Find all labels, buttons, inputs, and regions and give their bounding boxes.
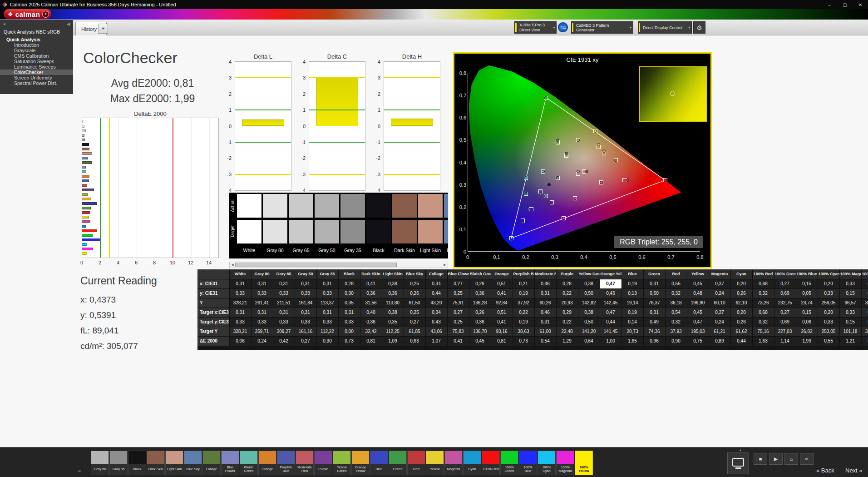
cell-target-y-cie31-100-blue[interactable]: 0,06 bbox=[796, 317, 818, 327]
scroll-left-arrow-icon[interactable]: ◀ bbox=[230, 262, 235, 268]
swatch-scrollbar[interactable]: ◀ ▶ bbox=[229, 262, 448, 268]
cell-x-cie31-gray-80[interactable]: 0,31 bbox=[251, 279, 273, 288]
cell-target-y-cie31-magenta[interactable]: 0,24 bbox=[709, 317, 730, 327]
cell-y-gray-80[interactable]: 261,41 bbox=[251, 298, 273, 308]
cell-target-y-light-skin[interactable]: 112,25 bbox=[382, 327, 404, 336]
cell-y-cie31-light-skin[interactable]: 0,36 bbox=[382, 288, 404, 298]
patch-button-yellow-green[interactable]: Yellow Green bbox=[333, 451, 351, 475]
cell-target-y-cie31-green[interactable]: 0,49 bbox=[643, 317, 665, 327]
cell-y-100-green[interactable]: 232,75 bbox=[774, 298, 796, 308]
cell-target-y-cie31-cyan[interactable]: 0,26 bbox=[730, 317, 752, 327]
cell-e-2000-bluish-green[interactable]: 0,45 bbox=[469, 336, 491, 346]
cell-e-2000-moderate-red[interactable]: 0,54 bbox=[534, 336, 556, 346]
patch-button-100-blue[interactable]: 100% Blue bbox=[519, 451, 537, 475]
cell-y-gray-35[interactable]: 113,37 bbox=[316, 298, 338, 308]
cell-y-yellow[interactable]: 196,90 bbox=[687, 298, 709, 308]
cell-target-y-cie31-100-yellow[interactable]: 0,54 bbox=[861, 317, 868, 327]
cell-y-moderate-red[interactable]: 60,26 bbox=[534, 298, 556, 308]
cell-x-cie31-foliage[interactable]: 0,34 bbox=[425, 279, 447, 288]
cell-y-cie31-white[interactable]: 0,33 bbox=[229, 288, 251, 298]
cell-target-x-cie31-gray-35[interactable]: 0,31 bbox=[316, 308, 338, 317]
cell-x-cie31-purple[interactable]: 0,28 bbox=[556, 279, 578, 288]
cell-target-x-cie31-gray-50[interactable]: 0,31 bbox=[295, 308, 316, 317]
patch-button-bluish-green[interactable]: Bluish Green bbox=[240, 451, 258, 475]
cell-e-2000-gray-65[interactable]: 0,42 bbox=[273, 336, 295, 346]
meter-count-badge[interactable]: 711 bbox=[558, 22, 568, 32]
cell-y-cie31-100-red[interactable]: 0,32 bbox=[752, 288, 774, 298]
patch-button-100-green[interactable]: 100% Green bbox=[500, 451, 518, 475]
cell-target-x-cie31-blue-flower[interactable]: 0,27 bbox=[447, 308, 469, 317]
patch-button-gray-35[interactable]: Gray 35 bbox=[109, 451, 128, 475]
cell-e-2000-purple[interactable]: 1,29 bbox=[556, 336, 578, 346]
cell-target-x-cie31-green[interactable]: 0,31 bbox=[643, 308, 665, 317]
cell-target-x-cie31-cyan[interactable]: 0,20 bbox=[730, 308, 752, 317]
sidebar-item-saturation-sweeps[interactable]: Saturation Sweeps bbox=[0, 59, 73, 64]
cell-e-2000-green[interactable]: 0,96 bbox=[643, 336, 665, 346]
cell-e-2000-yellow[interactable]: 0,75 bbox=[687, 336, 709, 346]
cell-target-x-cie31-purplish-blue[interactable]: 0,22 bbox=[513, 308, 534, 317]
cell-target-y-blue-sky[interactable]: 61,85 bbox=[404, 327, 425, 336]
cell-target-y-gray-65[interactable]: 209,27 bbox=[273, 327, 295, 336]
cell-target-y-cie31-purple[interactable]: 0,22 bbox=[556, 317, 578, 327]
cell-y-cie31-100-blue[interactable]: 0,05 bbox=[796, 288, 818, 298]
cell-y-cie31-dark-skin[interactable]: 0,36 bbox=[360, 288, 382, 298]
cell-target-x-cie31-light-skin[interactable]: 0,38 bbox=[382, 308, 404, 317]
cell-x-cie31-cyan[interactable]: 0,20 bbox=[730, 279, 752, 288]
cell-target-y-blue[interactable]: 20,73 bbox=[621, 327, 643, 336]
cell-y-magenta[interactable]: 60,10 bbox=[709, 298, 730, 308]
sidebar-item-cms-calibration[interactable]: CMS Calibration bbox=[0, 53, 73, 59]
cell-target-y-black[interactable]: 0,00 bbox=[338, 327, 360, 336]
chevron-up-icon[interactable]: ▲ bbox=[736, 448, 745, 452]
cell-x-cie31-blue-sky[interactable]: 0,25 bbox=[404, 279, 425, 288]
cell-x-cie31-white[interactable]: 0,31 bbox=[229, 279, 251, 288]
cell-y-cie31-purplish-blue[interactable]: 0,19 bbox=[513, 288, 534, 298]
cell-e-2000-orange[interactable]: 0,81 bbox=[491, 336, 513, 346]
cell-x-cie31-gray-35[interactable]: 0,31 bbox=[316, 279, 338, 288]
cell-x-cie31-green[interactable]: 0,31 bbox=[643, 279, 665, 288]
cell-y-light-skin[interactable]: 113,80 bbox=[382, 298, 404, 308]
cell-target-y-cyan[interactable]: 61,62 bbox=[730, 327, 752, 336]
cell-target-y-100-cyan[interactable]: 253,05 bbox=[818, 327, 839, 336]
patch-button-magenta[interactable]: Magenta bbox=[444, 451, 463, 475]
swatch-scroll-left-icon[interactable]: « bbox=[78, 468, 81, 473]
cell-e-2000-blue-flower[interactable]: 0,41 bbox=[447, 336, 469, 346]
cell-target-y-cie31-100-magenta[interactable]: 0,15 bbox=[839, 317, 861, 327]
cell-y-yellow-green[interactable]: 142,82 bbox=[578, 298, 600, 308]
cell-x-cie31-bluish-green[interactable]: 0,26 bbox=[469, 279, 491, 288]
cell-e-2000-white[interactable]: 0,06 bbox=[229, 336, 251, 346]
cell-target-y-cie31-red[interactable]: 0,32 bbox=[665, 317, 687, 327]
cell-y-cie31-blue[interactable]: 0,13 bbox=[621, 288, 643, 298]
cell-y-cie31-gray-35[interactable]: 0,33 bbox=[316, 288, 338, 298]
cell-x-cie31-magenta[interactable]: 0,37 bbox=[709, 279, 730, 288]
cell-y-100-blue[interactable]: 23,74 bbox=[796, 298, 818, 308]
cell-e-2000-purplish-blue[interactable]: 0,73 bbox=[513, 336, 534, 346]
cell-y-cie31-orange[interactable]: 0,41 bbox=[491, 288, 513, 298]
cell-e-2000-yellow-green[interactable]: 0,64 bbox=[578, 336, 600, 346]
patch-button-orange[interactable]: Orange bbox=[258, 451, 276, 475]
cell-e-2000-gray-80[interactable]: 0,24 bbox=[251, 336, 273, 346]
calman-menu-button[interactable]: ❖ calman ▾ bbox=[4, 9, 51, 19]
cell-y-purple[interactable]: 20,93 bbox=[556, 298, 578, 308]
cell-target-y-cie31-white[interactable]: 0,33 bbox=[229, 317, 251, 327]
cell-target-x-cie31-100-red[interactable]: 0,68 bbox=[752, 308, 774, 317]
cell-target-y-magenta[interactable]: 61,21 bbox=[709, 327, 730, 336]
cell-target-y-moderate-red[interactable]: 61,00 bbox=[534, 327, 556, 336]
cell-target-y-gray-80[interactable]: 259,71 bbox=[251, 327, 273, 336]
cell-e-2000-blue-sky[interactable]: 0,63 bbox=[404, 336, 425, 346]
cell-e-2000-orange-yellow[interactable]: 1,00 bbox=[600, 336, 621, 346]
cell-y-cie31-gray-50[interactable]: 0,33 bbox=[295, 288, 316, 298]
cell-target-x-cie31-gray-80[interactable]: 0,31 bbox=[251, 308, 273, 317]
cell-target-x-cie31-yellow-green[interactable]: 0,38 bbox=[578, 308, 600, 317]
cell-target-y-cie31-orange-yellow[interactable]: 0,44 bbox=[600, 317, 621, 327]
patch-button-purplish-blue[interactable]: Purplish Blue bbox=[277, 451, 295, 475]
continuous-read-button[interactable]: ∞ bbox=[800, 453, 814, 465]
sidebar-item-quick-analysis[interactable]: Quick Analysis bbox=[0, 37, 73, 42]
cell-target-x-cie31-dark-skin[interactable]: 0,40 bbox=[360, 308, 382, 317]
patch-button-100-cyan[interactable]: 100% Cyan bbox=[538, 451, 556, 475]
cell-x-cie31-100-cyan[interactable]: 0,20 bbox=[818, 279, 839, 288]
cell-target-x-cie31-orange-yellow[interactable]: 0,47 bbox=[600, 308, 621, 317]
cell-e-2000-magenta[interactable]: 0,89 bbox=[709, 336, 730, 346]
cell-x-cie31-blue-flower[interactable]: 0,27 bbox=[447, 279, 469, 288]
scrollbar-thumb[interactable] bbox=[235, 263, 397, 267]
cell-y-cie31-yellow-green[interactable]: 0,50 bbox=[578, 288, 600, 298]
